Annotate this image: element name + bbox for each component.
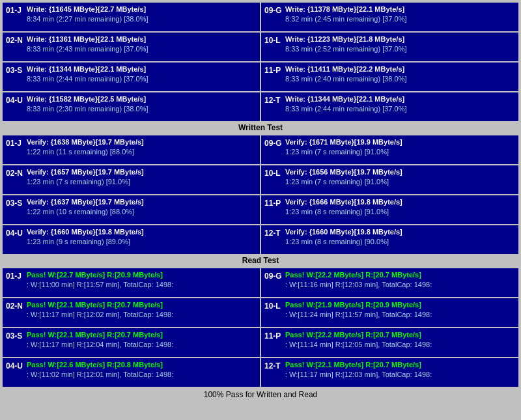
read-line2-12t: : W:[11:17 min] R:[12:03 min], TotalCap:… xyxy=(285,370,515,380)
write-content-10l: Write: {11223 MByte}[21.8 MByte/s] 8:33 … xyxy=(285,35,515,55)
write-content-04u: Write: {11582 MByte}[22.5 MByte/s] 8:33 … xyxy=(27,94,257,115)
write-cell-04u: 04-U Write: {11582 MByte}[22.5 MByte/s] … xyxy=(3,92,260,121)
verify-content-12t: Verify: {1660 MByte}[19.8 MByte/s] 1:23 … xyxy=(285,227,515,247)
verify-id-12t: 12-T xyxy=(264,227,283,238)
read-content-03s: Pass! W:[22.1 MByte/s] R:[20.7 MByte/s] … xyxy=(27,330,257,350)
write-line1-10l: Write: {11223 MByte}[21.8 MByte/s] xyxy=(285,35,515,44)
read-content-01j: Pass! W:[22.7 MByte/s] R:[20.9 MByte/s] … xyxy=(27,270,257,290)
write-line2-02n: 8:33 min (2:43 min remaining) [37.0%] xyxy=(27,44,257,54)
read-line2-03s: : W:[11:17 min] R:[12:04 min], TotalCap:… xyxy=(27,340,257,350)
drive-id-03s: 03-S xyxy=(6,64,24,75)
verify-line1-09g: Verify: {1671 MByte}[19.9 MByte/s] xyxy=(285,137,515,147)
write-content-03s: Write: {11344 MByte}[22.1 MByte/s] 8:33 … xyxy=(27,64,257,85)
write-line1-03s: Write: {11344 MByte}[22.1 MByte/s] xyxy=(27,64,257,74)
drive-id-11p: 11-P xyxy=(264,64,283,75)
read-id-04u: 04-U xyxy=(6,360,24,371)
verify-line2-12t: 1:23 min (8 s remaining) [90.0%] xyxy=(285,237,515,247)
read-line1-11p: Pass! W:[22.2 MByte/s] R:[20.7 MByte/s] xyxy=(285,330,515,340)
write-line1-12t: Write: {11344 MByte}[22.1 MByte/s] xyxy=(285,94,515,104)
verify-line2-11p: 1:23 min (8 s remaining) [91.0%] xyxy=(285,207,515,217)
verify-id-11p: 11-P xyxy=(264,197,283,208)
verify-cell-10l: 10-L Verify: {1656 MByte}[19.7 MByte/s] … xyxy=(261,165,518,194)
read-id-12t: 12-T xyxy=(264,360,283,371)
verify-line2-10l: 1:23 min (7 s remaining) [91.0%] xyxy=(285,177,515,187)
verify-cell-02n: 02-N Verify: {1657 MByte}[19.7 MByte/s] … xyxy=(3,165,260,194)
read-id-09g: 09-G xyxy=(264,270,283,281)
read-id-10l: 10-L xyxy=(264,300,283,311)
verify-cell-01j: 01-J Verify: {1638 MByte}[19.7 MByte/s] … xyxy=(3,135,260,164)
verify-line2-04u: 1:23 min (9 s remaining) [89.0%] xyxy=(27,237,257,247)
verify-id-10l: 10-L xyxy=(264,167,283,178)
verify-id-03s: 03-S xyxy=(6,197,24,208)
verify-content-04u: Verify: {1660 MByte}[19.8 MByte/s] 1:23 … xyxy=(27,227,257,247)
read-cell-10l: 10-L Pass! W:[21.9 MByte/s] R:[20.9 MByt… xyxy=(261,298,518,327)
read-id-02n: 02-N xyxy=(6,300,24,311)
verify-line1-12t: Verify: {1660 MByte}[19.8 MByte/s] xyxy=(285,227,515,237)
read-content-10l: Pass! W:[21.9 MByte/s] R:[20.9 MByte/s] … xyxy=(285,300,515,320)
verify-cell-03s: 03-S Verify: {1637 MByte}[19.7 MByte/s] … xyxy=(3,195,260,224)
read-cell-02n: 02-N Pass! W:[22.1 MByte/s] R:[20.7 MByt… xyxy=(3,298,260,327)
write-line1-04u: Write: {11582 MByte}[22.5 MByte/s] xyxy=(27,94,257,104)
bottom-status: 100% Pass for Written and Read xyxy=(3,387,518,402)
write-line2-03s: 8:33 min (2:44 min remaining) [37.0%] xyxy=(27,74,257,84)
write-content-01j: Write: {11645 MByte}[22.7 MByte/s] 8:34 … xyxy=(27,5,257,25)
read-line1-02n: Pass! W:[22.1 MByte/s] R:[20.7 MByte/s] xyxy=(27,300,257,310)
write-line1-02n: Write: {11361 MByte}[22.1 MByte/s] xyxy=(27,35,257,44)
verify-line2-09g: 1:23 min (7 s remaining) [91.0%] xyxy=(285,147,515,157)
verify-line2-01j: 1:22 min (11 s remaining) [88.0%] xyxy=(27,147,257,157)
verify-content-03s: Verify: {1637 MByte}[19.7 MByte/s] 1:22 … xyxy=(27,197,257,217)
read-line2-10l: : W:[11:24 min] R:[11:57 min], TotalCap:… xyxy=(285,310,515,320)
verify-line1-04u: Verify: {1660 MByte}[19.8 MByte/s] xyxy=(27,227,257,237)
verify-content-01j: Verify: {1638 MByte}[19.7 MByte/s] 1:22 … xyxy=(27,137,257,158)
read-line2-01j: : W:[11:00 min] R:[11:57 min], TotalCap:… xyxy=(27,280,257,290)
read-section: 01-J Pass! W:[22.7 MByte/s] R:[20.9 MByt… xyxy=(3,268,518,402)
verify-content-11p: Verify: {1666 MByte}[19.8 MByte/s] 1:23 … xyxy=(285,197,515,217)
write-cell-10l: 10-L Write: {11223 MByte}[21.8 MByte/s] … xyxy=(261,33,518,61)
verify-section: 01-J Verify: {1638 MByte}[19.7 MByte/s] … xyxy=(3,135,518,267)
verify-line1-10l: Verify: {1656 MByte}[19.7 MByte/s] xyxy=(285,167,515,177)
verify-line2-02n: 1:23 min (7 s remaining) [91.0%] xyxy=(27,177,257,187)
read-line2-04u: : W:[11:02 min] R:[12:01 min], TotalCap:… xyxy=(27,370,257,380)
drive-id-02n: 02-N xyxy=(6,35,24,45)
read-id-03s: 03-S xyxy=(6,330,24,341)
write-line1-11p: Write: {11411 MByte}[22.2 MByte/s] xyxy=(285,64,515,74)
verify-id-02n: 02-N xyxy=(6,167,24,178)
read-content-09g: Pass! W:[22.2 MByte/s] R:[20.7 MByte/s] … xyxy=(285,270,515,290)
verify-id-04u: 04-U xyxy=(6,227,24,238)
write-cell-01j: 01-J Write: {11645 MByte}[22.7 MByte/s] … xyxy=(3,3,260,31)
verify-cell-09g: 09-G Verify: {1671 MByte}[19.9 MByte/s] … xyxy=(261,135,518,164)
write-line2-11p: 8:33 min (2:40 min remaining) [38.0%] xyxy=(285,74,515,84)
write-cell-03s: 03-S Write: {11344 MByte}[22.1 MByte/s] … xyxy=(3,63,260,91)
write-cell-09g: 09-G Write: {11378 MByte}[22.1 MByte/s] … xyxy=(261,3,518,31)
read-line1-03s: Pass! W:[22.1 MByte/s] R:[20.7 MByte/s] xyxy=(27,330,257,340)
read-grid: 01-J Pass! W:[22.7 MByte/s] R:[20.9 MByt… xyxy=(3,268,518,387)
read-id-01j: 01-J xyxy=(6,270,24,281)
write-cell-02n: 02-N Write: {11361 MByte}[22.1 MByte/s] … xyxy=(3,33,260,61)
read-content-02n: Pass! W:[22.1 MByte/s] R:[20.7 MByte/s] … xyxy=(27,300,257,320)
verify-content-09g: Verify: {1671 MByte}[19.9 MByte/s] 1:23 … xyxy=(285,137,515,158)
write-content-11p: Write: {11411 MByte}[22.2 MByte/s] 8:33 … xyxy=(285,64,515,85)
read-content-12t: Pass! W:[22.1 MByte/s] R:[20.7 MByte/s] … xyxy=(285,360,515,380)
read-id-11p: 11-P xyxy=(264,330,283,341)
write-section: 01-J Write: {11645 MByte}[22.7 MByte/s] … xyxy=(3,3,518,134)
read-cell-09g: 09-G Pass! W:[22.2 MByte/s] R:[20.7 MByt… xyxy=(261,268,518,297)
read-line1-09g: Pass! W:[22.2 MByte/s] R:[20.7 MByte/s] xyxy=(285,270,515,280)
read-cell-01j: 01-J Pass! W:[22.7 MByte/s] R:[20.9 MByt… xyxy=(3,268,260,297)
drive-id-01j: 01-J xyxy=(6,5,24,15)
verify-cell-12t: 12-T Verify: {1660 MByte}[19.8 MByte/s] … xyxy=(261,225,518,254)
write-content-02n: Write: {11361 MByte}[22.1 MByte/s] 8:33 … xyxy=(27,35,257,55)
read-cell-04u: 04-U Pass! W:[22.6 MByte/s] R:[20.8 MByt… xyxy=(3,358,260,387)
drive-id-10l: 10-L xyxy=(264,35,283,45)
write-grid: 01-J Write: {11645 MByte}[22.7 MByte/s] … xyxy=(3,3,518,121)
write-line1-01j: Write: {11645 MByte}[22.7 MByte/s] xyxy=(27,5,257,14)
read-test-label: Read Test xyxy=(3,254,518,267)
verify-id-01j: 01-J xyxy=(6,137,24,148)
written-test-label: Written Test xyxy=(3,121,518,134)
drive-id-04u: 04-U xyxy=(6,94,24,105)
drive-id-09g: 09-G xyxy=(264,5,283,15)
drive-id-12t: 12-T xyxy=(264,94,283,105)
verify-line1-03s: Verify: {1637 MByte}[19.7 MByte/s] xyxy=(27,197,257,207)
read-line1-10l: Pass! W:[21.9 MByte/s] R:[20.9 MByte/s] xyxy=(285,300,515,310)
write-line1-09g: Write: {11378 MByte}[22.1 MByte/s] xyxy=(285,5,515,14)
read-line2-02n: : W:[11:17 min] R:[12:02 min], TotalCap:… xyxy=(27,310,257,320)
